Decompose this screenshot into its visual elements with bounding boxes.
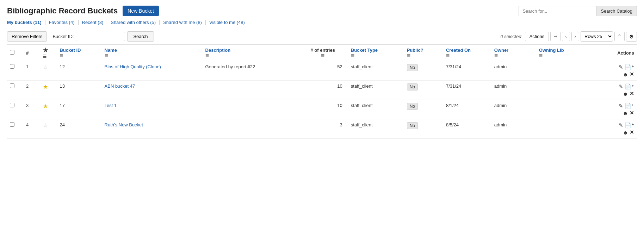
row-num-3: 3 [23,100,40,119]
row-checkbox-3[interactable] [10,103,14,107]
delete-icon-3[interactable]: ✕ [630,110,634,116]
entries-label: # of entries [311,48,335,53]
created-filter-icon[interactable]: ☰ [446,54,489,58]
remove-filters-button[interactable]: Remove Filters [7,31,47,42]
row-checkbox-4[interactable] [10,122,14,127]
edit-icon-4[interactable]: ✎ [619,122,623,129]
bucket-type-sort[interactable]: Bucket Type [351,48,401,53]
row-num-4: 4 [23,119,40,139]
new-bucket-button[interactable]: New Bucket [123,6,159,16]
selected-count: 0 selected [500,34,521,39]
desc-filter-icon[interactable]: ☰ [205,54,295,58]
user-icon-2[interactable]: ☻ [623,91,628,97]
tab-favorites[interactable]: Favorites (4) [45,20,79,25]
bucket-id-filter-icon[interactable]: ☰ [60,54,99,58]
row-num-1: 1 [23,61,40,81]
first-page-button[interactable]: ⊣ [550,32,561,41]
row-checkbox-2[interactable] [10,83,14,88]
buckets-table: # ★ ☰ Bucket ID ☰ Name ☰ [7,44,637,139]
next-page-button[interactable]: › [571,32,579,41]
entries-cell-1: 52 [298,61,348,81]
bucket-id-cell-3: 17 [57,100,101,119]
th-owner: Owner ☰ [491,45,536,61]
table-row: 3 ★ 17 Test 1 10 staff_client No 8/1/24 … [7,100,637,119]
owner-filter-icon[interactable]: ☰ [494,54,533,58]
search-catalog-input[interactable] [519,6,596,16]
star-toggle-1[interactable]: ☆ [43,64,48,70]
owner-cell-4: admin [491,119,536,139]
bucket-name-link-3[interactable]: Test 1 [105,103,117,108]
entries-cell-3: 10 [298,100,348,119]
owner-cell-3: admin [491,100,536,119]
star-toggle-3[interactable]: ★ [43,103,48,109]
public-cell-3: No [404,100,443,119]
th-name: Name ☰ [102,45,203,61]
owner-cell-2: admin [491,81,536,100]
owning-filter-icon[interactable]: ☰ [539,54,589,58]
collapse-button[interactable]: ⌃ [614,32,625,41]
description-cell-3 [203,100,298,119]
public-filter-icon[interactable]: ☰ [407,54,440,58]
edit-icon-1[interactable]: ✎ [619,64,623,70]
owning-lib-sort[interactable]: Owning Lib [539,48,589,53]
bucket-name-link-4[interactable]: Ruth's New Bucket [105,122,143,127]
search-button[interactable]: Search [127,31,154,42]
star-toggle-4[interactable]: ☆ [43,123,48,129]
created-on-sort[interactable]: Created On [446,48,489,53]
delete-icon-4[interactable]: ✕ [630,129,634,136]
star-filter-icon[interactable]: ☰ [43,54,54,59]
actions-button[interactable]: Actions [525,32,549,41]
th-star: ★ ☰ [40,45,57,61]
clone-icon-2[interactable]: 📄⁺ [625,83,634,90]
th-actions: Actions [592,45,637,61]
tab-my-buckets[interactable]: My buckets (11) [7,20,45,25]
edit-icon-2[interactable]: ✎ [619,83,623,90]
name-sort[interactable]: Name [105,48,200,53]
description-sort[interactable]: Description [205,48,295,53]
clone-icon-1[interactable]: 📄⁺ [625,64,634,70]
public-sort[interactable]: Public? [407,48,440,53]
owning-lib-cell-3 [536,100,592,119]
bucket-id-cell-1: 12 [57,61,101,81]
bucket-type-cell-1: staff_client [348,61,404,81]
bucket-id-input[interactable] [76,32,125,41]
settings-button[interactable]: ⚙ [626,32,637,42]
bucket-name-link-2[interactable]: ABN bucket 47 [105,83,135,89]
name-filter-icon[interactable]: ☰ [105,54,200,58]
search-catalog-button[interactable]: Search Catalog [596,6,637,16]
row-actions-1: ✎ 📄⁺ ☻ ✕ [595,64,634,77]
clone-icon-3[interactable]: 📄⁺ [625,103,634,109]
rows-per-page-select[interactable]: Rows 25 Rows 50 Rows 100 [581,31,613,42]
row-actions-4: ✎ 📄⁺ ☻ ✕ [595,122,634,136]
bucket-name-link-1[interactable]: Bibs of High Quality (Clone) [105,64,161,69]
select-all-checkbox[interactable] [10,50,14,55]
user-icon-1[interactable]: ☻ [623,71,628,77]
th-description: Description ☰ [203,45,298,61]
delete-icon-2[interactable]: ✕ [630,90,634,97]
bucket-id-sort[interactable]: Bucket ID [60,48,99,53]
owner-sort[interactable]: Owner [494,48,533,53]
tab-visible-to-me[interactable]: Visible to me (48) [206,20,248,25]
delete-icon-1[interactable]: ✕ [630,71,634,77]
tab-shared-with-me[interactable]: Shared with me (8) [160,20,206,25]
type-filter-icon[interactable]: ☰ [351,54,401,58]
tabs-row: My buckets (11) Favorites (4) Recent (3)… [7,20,637,25]
row-checkbox-1[interactable] [10,64,14,69]
prev-page-button[interactable]: ‹ [562,32,570,41]
th-created-on: Created On ☰ [443,45,491,61]
created-on-cell-2: 7/31/24 [443,81,491,100]
edit-icon-3[interactable]: ✎ [619,103,623,109]
user-icon-3[interactable]: ☻ [623,110,628,116]
bucket-id-cell-2: 13 [57,81,101,100]
created-on-cell-1: 7/31/24 [443,61,491,81]
user-icon-4[interactable]: ☻ [623,130,628,136]
clone-icon-4[interactable]: 📄⁺ [625,122,634,129]
tab-shared-with-others[interactable]: Shared with others (5) [107,20,160,25]
table-row: 1 ☆ 12 Bibs of High Quality (Clone) Gene… [7,61,637,81]
star-toggle-2[interactable]: ★ [43,84,48,90]
created-on-cell-4: 8/5/24 [443,119,491,139]
tab-recent[interactable]: Recent (3) [79,20,107,25]
th-entries: # of entries ☰ [298,45,348,61]
entries-filter-icon[interactable]: ☰ [301,54,345,58]
bucket-type-cell-4: staff_client [348,119,404,139]
